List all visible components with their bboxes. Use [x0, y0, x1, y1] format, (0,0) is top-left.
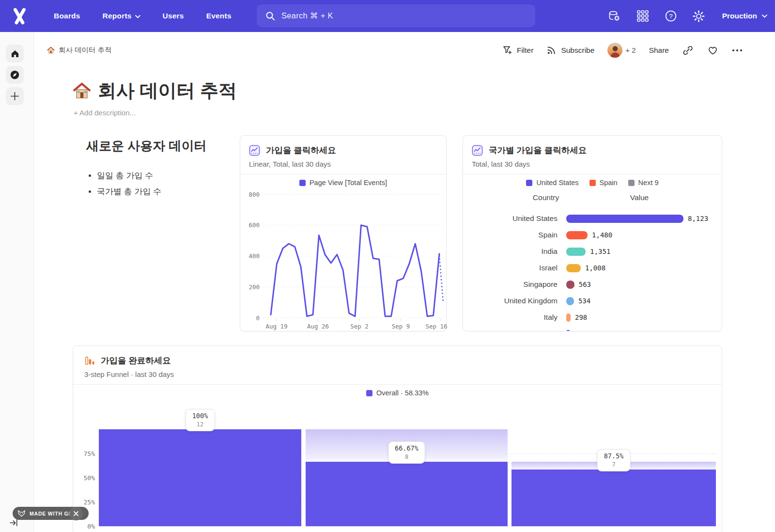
table-row-clipped[interactable]	[463, 326, 722, 331]
legend-label: Page View [Total Events]	[310, 179, 387, 187]
collaborators[interactable]: + 2	[607, 43, 636, 58]
sidebar-discover-button[interactable]	[6, 66, 24, 84]
funnel-count-label: 12	[192, 421, 208, 428]
legend-item[interactable]: Page View [Total Events]	[299, 179, 387, 187]
nav-users[interactable]: Users	[163, 12, 184, 20]
settings-gear-icon[interactable]	[692, 9, 706, 23]
main-content: 회사 데이터 추적 Filter Subscribe	[34, 32, 775, 532]
legend-label: Next 9	[638, 179, 659, 187]
line-card-title[interactable]: 가입을 클릭하세요	[266, 144, 336, 156]
filter-label: Filter	[517, 46, 533, 55]
house-emoji-icon	[47, 47, 55, 54]
funnel-tooltip: 87.5%7	[597, 449, 631, 471]
svg-text:800: 800	[248, 191, 260, 198]
sidebar-home-button[interactable]	[6, 45, 24, 63]
share-button[interactable]: Share	[649, 46, 669, 55]
legend-item[interactable]: United States	[526, 179, 578, 187]
line-chart-card[interactable]: 가입을 클릭하세요 Linear, Total, last 30 days Pa…	[240, 135, 447, 331]
table-row[interactable]: United States8,123	[463, 210, 722, 227]
countries-card-header: 국가별 가입을 클릭하세요 Total, last 30 days	[463, 136, 722, 174]
toolbar-actions: Filter Subscribe	[502, 43, 743, 58]
plus-icon	[10, 92, 19, 101]
funnel-bar[interactable]	[512, 469, 716, 526]
line-series[interactable]	[271, 225, 439, 316]
countries-chart-card[interactable]: 국가별 가입을 클릭하세요 Total, last 30 days United…	[463, 135, 722, 331]
nav-events[interactable]: Events	[206, 12, 232, 20]
country-bar[interactable]	[566, 281, 574, 289]
country-label: India	[463, 247, 558, 256]
country-bar[interactable]	[566, 297, 574, 305]
funnel-bar[interactable]	[99, 429, 301, 526]
funnel-pct-label: 66.67%	[395, 444, 418, 452]
logo-x-icon	[10, 7, 29, 25]
nav-reports[interactable]: Reports	[103, 12, 140, 20]
subscribe-button[interactable]: Subscribe	[546, 45, 594, 55]
countries-rows: United States8,123Spain1,480India1,351Is…	[463, 210, 722, 331]
country-bar[interactable]	[566, 330, 570, 332]
board-toolbar: 회사 데이터 추적 Filter Subscribe	[34, 32, 775, 69]
copy-link-button[interactable]	[682, 45, 694, 56]
table-row[interactable]: Italy298	[463, 309, 722, 326]
project-selector[interactable]: Prouction	[722, 12, 767, 20]
text-card: 새로운 사용자 데이터 일일 총 가입 수 국가별 총 가입 수	[86, 138, 232, 202]
grid-icon	[636, 10, 649, 22]
country-bar[interactable]	[566, 231, 588, 239]
sidebar-add-button[interactable]	[6, 87, 24, 105]
legend-item[interactable]: Spain	[589, 179, 618, 187]
countries-card-title[interactable]: 국가별 가입을 클릭하세요	[489, 144, 587, 156]
filter-funnel-icon	[502, 45, 512, 55]
legend-item[interactable]: Next 9	[628, 179, 659, 187]
filter-button[interactable]: Filter	[502, 45, 533, 55]
search-icon	[265, 11, 275, 21]
data-management-icon[interactable]	[608, 9, 621, 23]
country-value: 563	[579, 281, 591, 288]
funnel-plot: 0%25%50%75%100%1266.67%887.5%7	[73, 346, 723, 532]
country-label: Italy	[463, 313, 558, 322]
country-bar[interactable]	[566, 248, 586, 256]
share-label: Share	[649, 46, 669, 55]
svg-text:?: ?	[669, 13, 672, 20]
gear-icon	[692, 10, 705, 23]
nav-boards[interactable]: Boards	[54, 12, 80, 20]
nav-users-label: Users	[163, 12, 184, 20]
add-description[interactable]: + Add description...	[74, 109, 136, 117]
table-row[interactable]: United Kingdom534	[463, 293, 722, 309]
line-legend: Page View [Total Events]	[240, 179, 446, 187]
nav-boards-label: Boards	[54, 12, 80, 20]
line-chart-plot[interactable]: 0200400600800Aug 19Aug 26Sep 2Sep 9Sep 1…	[240, 188, 447, 331]
sidebar-collapse-button[interactable]	[10, 519, 18, 529]
country-bar[interactable]	[566, 215, 683, 223]
help-icon[interactable]: ?	[664, 9, 678, 23]
mixpanel-logo[interactable]	[9, 5, 30, 27]
chevron-down-icon	[762, 15, 767, 18]
overlay-close-button[interactable]	[69, 507, 83, 520]
table-row[interactable]: Spain1,480	[463, 227, 722, 243]
country-bar[interactable]	[566, 264, 581, 272]
svg-text:200: 200	[248, 283, 260, 291]
funnel-gridline	[99, 526, 716, 527]
search-input[interactable]: Search ⌘ + K	[257, 4, 535, 27]
avatar-photo	[607, 43, 622, 58]
breadcrumb-label: 회사 데이터 추적	[59, 46, 112, 55]
table-row[interactable]: Israel1,008	[463, 260, 722, 276]
favorite-button[interactable]	[707, 45, 718, 56]
funnel-count-label: 7	[604, 461, 624, 468]
breadcrumb[interactable]: 회사 데이터 추적	[47, 46, 112, 55]
rss-icon	[546, 45, 557, 55]
compass-icon	[10, 70, 20, 80]
country-bar[interactable]	[566, 313, 571, 322]
funnel-chart-card[interactable]: 가입을 완료하세요 3-step Funnel · last 30 days O…	[73, 345, 722, 532]
table-row[interactable]: India1,351	[463, 243, 722, 260]
country-value: 8,123	[688, 215, 708, 222]
table-row[interactable]: Singapore563	[463, 276, 722, 293]
funnel-bar[interactable]	[306, 462, 508, 526]
left-sidebar	[0, 32, 34, 532]
more-options-button[interactable]	[731, 45, 743, 56]
funnel-count-label: 8	[395, 454, 418, 460]
house-emoji-icon	[73, 82, 91, 100]
apps-grid-icon[interactable]	[636, 9, 650, 23]
avatar-more-count: + 2	[625, 46, 636, 54]
column-header-country: Country	[510, 193, 582, 202]
funnel-tooltip: 66.67%8	[388, 441, 425, 464]
home-icon	[10, 49, 20, 59]
